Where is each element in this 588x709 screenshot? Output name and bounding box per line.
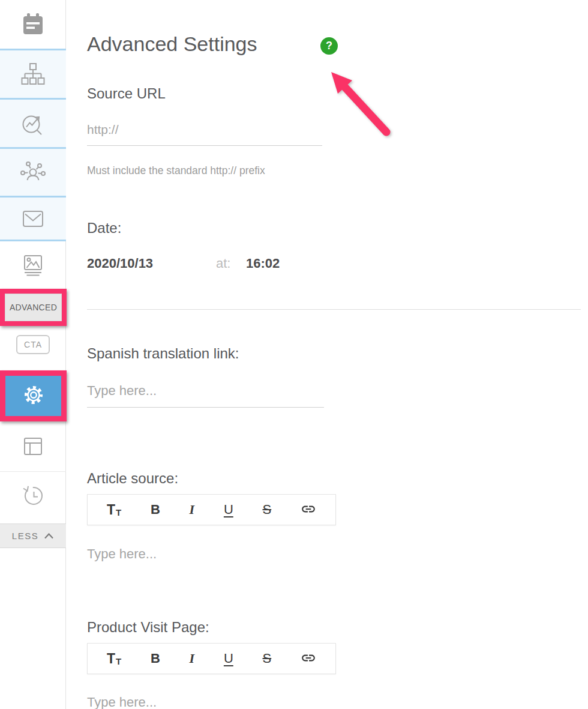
italic-button[interactable]: I [190,503,195,516]
spanish-link-label: Spanish translation link: [87,345,239,362]
page-title: Advanced Settings [87,32,257,56]
sidebar-separator [0,240,66,241]
analytics-icon [20,110,46,137]
sidebar-item-settings[interactable] [5,376,61,416]
cta-button[interactable]: CTA [16,335,50,354]
text-size-button[interactable]: TT [107,652,121,666]
help-icon[interactable]: ? [320,37,338,55]
audience-icon [20,160,46,185]
spanish-link-input[interactable] [87,383,324,408]
strikethrough-button[interactable]: S [263,652,272,665]
source-url-helper: Must include the standard http:// prefix [87,164,265,177]
sidebar: ADVANCED CTA [0,0,66,709]
advanced-settings-panel: Advanced Settings ? Source URL Must incl… [66,0,588,709]
strikethrough-button[interactable]: S [263,503,272,516]
advanced-settings-page: ADVANCED CTA [0,0,588,709]
less-label: LESS [12,531,38,541]
underline-button[interactable]: U [224,503,233,516]
sidebar-item-analytics[interactable] [0,100,66,147]
annotation-arrow-icon [323,59,398,140]
text-size-icon: T [107,652,115,666]
sitemap-icon [20,62,46,87]
underline-button[interactable]: U [224,652,233,665]
bold-button[interactable]: B [151,503,160,516]
layout-icon [20,434,46,459]
article-source-toolbar: TT B I U S [87,494,336,525]
sidebar-item-structure[interactable] [0,50,66,98]
article-source-editor[interactable]: Type here... [87,546,157,562]
history-icon [20,483,46,509]
sidebar-item-advanced[interactable]: ADVANCED [5,294,62,321]
source-url-input[interactable] [87,122,322,146]
sidebar-item-layout[interactable] [0,421,66,471]
link-button[interactable] [301,501,316,518]
date-value[interactable]: 2020/10/13 [87,256,153,271]
italic-button[interactable]: I [190,652,195,665]
email-icon [20,206,46,231]
sidebar-item-schedule[interactable] [0,0,66,49]
sidebar-item-image[interactable] [0,242,66,290]
product-visit-label: Product Visit Page: [87,619,209,636]
link-icon [301,650,316,667]
highlight-box-advanced: ADVANCED [0,289,67,326]
sidebar-item-email[interactable] [0,198,66,240]
time-value[interactable]: 16:02 [246,256,280,271]
sidebar-item-audience[interactable] [0,149,66,196]
bold-button[interactable]: B [151,652,160,665]
text-size-icon: T [107,503,115,517]
calendar-icon [20,12,46,37]
less-button[interactable]: LESS [0,523,66,548]
text-size-button[interactable]: TT [107,503,121,517]
sidebar-item-history[interactable] [0,472,66,520]
product-visit-toolbar: TT B I U S [87,643,336,674]
highlight-box-settings [0,370,67,421]
product-visit-editor[interactable]: Type here... [87,695,157,709]
image-icon [20,254,46,278]
section-divider [87,309,581,310]
sidebar-item-cta[interactable]: CTA [0,327,66,362]
date-at-label: at: [216,256,230,271]
link-icon [301,501,316,518]
date-label: Date: [87,220,121,237]
link-button[interactable] [301,650,316,667]
article-source-label: Article source: [87,470,178,487]
chevron-up-icon [44,531,54,541]
source-url-label: Source URL [87,85,166,102]
gear-icon [21,382,46,410]
